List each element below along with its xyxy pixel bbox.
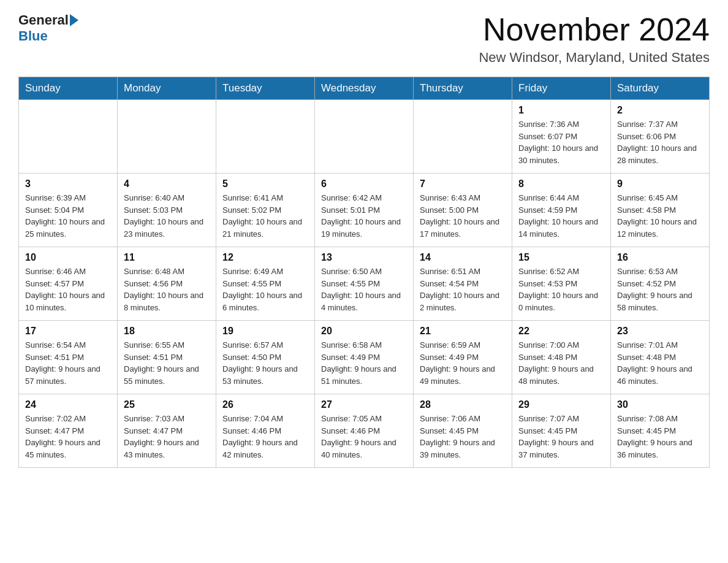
day-number: 12	[222, 252, 308, 263]
logo-general-text: General	[18, 12, 69, 28]
day-detail: Sunrise: 6:42 AMSunset: 5:01 PMDaylight:…	[321, 192, 407, 240]
calendar-week-row: 3Sunrise: 6:39 AMSunset: 5:04 PMDaylight…	[19, 174, 710, 247]
logo: General Blue	[18, 12, 80, 44]
day-detail: Sunrise: 7:06 AMSunset: 4:45 PMDaylight:…	[420, 413, 506, 461]
day-detail: Sunrise: 7:37 AMSunset: 6:06 PMDaylight:…	[617, 118, 703, 166]
calendar-day-cell: 4Sunrise: 6:40 AMSunset: 5:03 PMDaylight…	[118, 174, 216, 247]
calendar-day-cell: 20Sunrise: 6:58 AMSunset: 4:49 PMDayligh…	[315, 321, 414, 394]
day-number: 7	[420, 178, 506, 190]
logo-blue-text: Blue	[18, 28, 48, 44]
day-detail: Sunrise: 7:03 AMSunset: 4:47 PMDaylight:…	[124, 413, 210, 461]
day-number: 19	[222, 326, 308, 337]
day-number: 16	[617, 252, 703, 263]
day-detail: Sunrise: 6:45 AMSunset: 4:58 PMDaylight:…	[617, 192, 703, 240]
day-detail: Sunrise: 7:02 AMSunset: 4:47 PMDaylight:…	[25, 413, 111, 461]
day-number: 26	[222, 399, 308, 410]
day-detail: Sunrise: 6:58 AMSunset: 4:49 PMDaylight:…	[321, 339, 407, 387]
calendar-day-cell	[414, 100, 512, 174]
calendar-day-cell: 16Sunrise: 6:53 AMSunset: 4:52 PMDayligh…	[611, 247, 710, 321]
calendar-day-cell: 29Sunrise: 7:07 AMSunset: 4:45 PMDayligh…	[512, 394, 611, 468]
calendar-header-row: SundayMondayTuesdayWednesdayThursdayFrid…	[19, 77, 710, 100]
day-detail: Sunrise: 6:54 AMSunset: 4:51 PMDaylight:…	[25, 339, 111, 387]
day-detail: Sunrise: 6:57 AMSunset: 4:50 PMDaylight:…	[222, 339, 308, 387]
header-wednesday: Wednesday	[315, 77, 414, 100]
day-number: 29	[518, 399, 604, 410]
day-detail: Sunrise: 7:05 AMSunset: 4:46 PMDaylight:…	[321, 413, 407, 461]
calendar-day-cell: 9Sunrise: 6:45 AMSunset: 4:58 PMDaylight…	[611, 174, 710, 247]
day-detail: Sunrise: 6:41 AMSunset: 5:02 PMDaylight:…	[222, 192, 308, 240]
page-header: General Blue November 2024 New Windsor, …	[18, 12, 710, 66]
calendar-table: SundayMondayTuesdayWednesdayThursdayFrid…	[18, 77, 710, 468]
header-thursday: Thursday	[414, 77, 512, 100]
calendar-day-cell: 12Sunrise: 6:49 AMSunset: 4:55 PMDayligh…	[216, 247, 315, 321]
calendar-week-row: 17Sunrise: 6:54 AMSunset: 4:51 PMDayligh…	[19, 321, 710, 394]
logo-triangle-icon	[70, 14, 78, 26]
day-number: 11	[124, 252, 210, 263]
calendar-day-cell: 17Sunrise: 6:54 AMSunset: 4:51 PMDayligh…	[19, 321, 118, 394]
calendar-day-cell: 27Sunrise: 7:05 AMSunset: 4:46 PMDayligh…	[315, 394, 414, 468]
header-monday: Monday	[118, 77, 216, 100]
day-number: 17	[25, 326, 111, 337]
day-detail: Sunrise: 6:44 AMSunset: 4:59 PMDaylight:…	[518, 192, 604, 240]
calendar-day-cell: 6Sunrise: 6:42 AMSunset: 5:01 PMDaylight…	[315, 174, 414, 247]
calendar-day-cell: 10Sunrise: 6:46 AMSunset: 4:57 PMDayligh…	[19, 247, 118, 321]
calendar-day-cell: 26Sunrise: 7:04 AMSunset: 4:46 PMDayligh…	[216, 394, 315, 468]
day-detail: Sunrise: 6:59 AMSunset: 4:49 PMDaylight:…	[420, 339, 506, 387]
day-number: 27	[321, 399, 407, 410]
day-number: 15	[518, 252, 604, 263]
calendar-day-cell	[315, 100, 414, 174]
calendar-day-cell: 15Sunrise: 6:52 AMSunset: 4:53 PMDayligh…	[512, 247, 611, 321]
calendar-day-cell	[19, 100, 118, 174]
day-detail: Sunrise: 7:00 AMSunset: 4:48 PMDaylight:…	[518, 339, 604, 387]
day-detail: Sunrise: 6:51 AMSunset: 4:54 PMDaylight:…	[420, 266, 506, 313]
day-number: 8	[518, 178, 604, 190]
header-sunday: Sunday	[19, 77, 118, 100]
day-number: 24	[25, 399, 111, 410]
day-detail: Sunrise: 6:49 AMSunset: 4:55 PMDaylight:…	[222, 266, 308, 313]
calendar-day-cell: 5Sunrise: 6:41 AMSunset: 5:02 PMDaylight…	[216, 174, 315, 247]
header-tuesday: Tuesday	[216, 77, 315, 100]
day-number: 20	[321, 326, 407, 337]
day-detail: Sunrise: 6:50 AMSunset: 4:55 PMDaylight:…	[321, 266, 407, 313]
calendar-week-row: 10Sunrise: 6:46 AMSunset: 4:57 PMDayligh…	[19, 247, 710, 321]
calendar-title: November 2024	[479, 12, 710, 47]
day-detail: Sunrise: 6:43 AMSunset: 5:00 PMDaylight:…	[420, 192, 506, 240]
calendar-day-cell: 8Sunrise: 6:44 AMSunset: 4:59 PMDaylight…	[512, 174, 611, 247]
calendar-day-cell: 23Sunrise: 7:01 AMSunset: 4:48 PMDayligh…	[611, 321, 710, 394]
day-number: 22	[518, 326, 604, 337]
title-area: November 2024 New Windsor, Maryland, Uni…	[479, 12, 710, 66]
header-friday: Friday	[512, 77, 611, 100]
day-number: 1	[518, 105, 604, 116]
day-number: 2	[617, 105, 703, 116]
day-number: 14	[420, 252, 506, 263]
day-detail: Sunrise: 7:04 AMSunset: 4:46 PMDaylight:…	[222, 413, 308, 461]
day-number: 3	[25, 178, 111, 190]
calendar-day-cell: 28Sunrise: 7:06 AMSunset: 4:45 PMDayligh…	[414, 394, 512, 468]
day-number: 28	[420, 399, 506, 410]
day-number: 25	[124, 399, 210, 410]
day-detail: Sunrise: 6:52 AMSunset: 4:53 PMDaylight:…	[518, 266, 604, 313]
day-detail: Sunrise: 6:39 AMSunset: 5:04 PMDaylight:…	[25, 192, 111, 240]
calendar-day-cell: 24Sunrise: 7:02 AMSunset: 4:47 PMDayligh…	[19, 394, 118, 468]
calendar-day-cell: 22Sunrise: 7:00 AMSunset: 4:48 PMDayligh…	[512, 321, 611, 394]
calendar-day-cell: 25Sunrise: 7:03 AMSunset: 4:47 PMDayligh…	[118, 394, 216, 468]
day-detail: Sunrise: 6:53 AMSunset: 4:52 PMDaylight:…	[617, 266, 703, 313]
calendar-day-cell: 2Sunrise: 7:37 AMSunset: 6:06 PMDaylight…	[611, 100, 710, 174]
day-detail: Sunrise: 6:46 AMSunset: 4:57 PMDaylight:…	[25, 266, 111, 313]
day-detail: Sunrise: 7:08 AMSunset: 4:45 PMDaylight:…	[617, 413, 703, 461]
calendar-day-cell: 19Sunrise: 6:57 AMSunset: 4:50 PMDayligh…	[216, 321, 315, 394]
calendar-day-cell	[216, 100, 315, 174]
calendar-week-row: 1Sunrise: 7:36 AMSunset: 6:07 PMDaylight…	[19, 100, 710, 174]
calendar-day-cell: 21Sunrise: 6:59 AMSunset: 4:49 PMDayligh…	[414, 321, 512, 394]
day-number: 30	[617, 399, 703, 410]
day-detail: Sunrise: 7:07 AMSunset: 4:45 PMDaylight:…	[518, 413, 604, 461]
calendar-week-row: 24Sunrise: 7:02 AMSunset: 4:47 PMDayligh…	[19, 394, 710, 468]
day-detail: Sunrise: 6:55 AMSunset: 4:51 PMDaylight:…	[124, 339, 210, 387]
day-number: 10	[25, 252, 111, 263]
day-number: 13	[321, 252, 407, 263]
day-detail: Sunrise: 7:01 AMSunset: 4:48 PMDaylight:…	[617, 339, 703, 387]
calendar-day-cell: 7Sunrise: 6:43 AMSunset: 5:00 PMDaylight…	[414, 174, 512, 247]
day-detail: Sunrise: 7:36 AMSunset: 6:07 PMDaylight:…	[518, 118, 604, 166]
calendar-day-cell	[118, 100, 216, 174]
header-saturday: Saturday	[611, 77, 710, 100]
